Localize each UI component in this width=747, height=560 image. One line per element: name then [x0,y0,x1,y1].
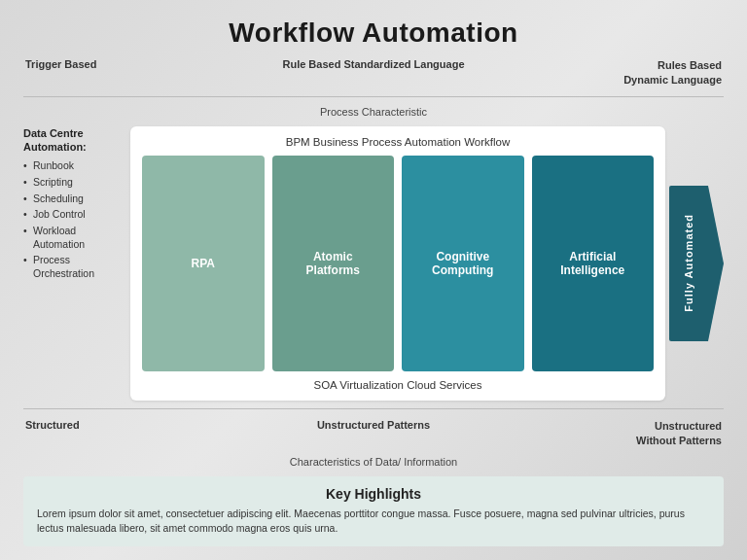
bottom-col-right: UnstructuredWithout Patterns [615,419,722,449]
left-sidebar: Data Centre Automation: Runbook Scriptin… [23,126,130,401]
key-highlights-title: Key Highlights [37,486,710,502]
key-highlights-box: Key Highlights Lorem ipsum dolor sit ame… [23,476,724,547]
list-item: Job Control [23,208,123,222]
box-atomic: AtomicPlatforms [272,156,395,371]
characteristics-label: Characteristics of Data/ Information [23,456,724,468]
boxes-row: RPA AtomicPlatforms CognitiveComputing A… [142,156,654,371]
arrow-shape: Fully Automated [669,186,720,341]
center-panel: BPM Business Process Automation Workflow… [130,126,665,401]
list-item: ProcessOrchestration [23,254,123,280]
bottom-col-left: Structured [25,419,132,431]
key-highlights-text: Lorem ipsum dolor sit amet, consectetuer… [37,507,710,538]
right-arrow-wrapper: Fully Automated [665,126,724,401]
col-header-right: Rules BasedDynamic Language [615,58,722,88]
col-headers-top: Trigger Based Rule Based Standardized La… [23,58,724,88]
arrow-body: Fully Automated [669,186,708,341]
list-item: Scheduling [23,192,123,206]
box-cognitive: CognitiveComputing [402,156,524,371]
soa-label: SOA Virtualization Cloud Services [142,379,654,391]
process-char-label: Process Characteristic [23,106,724,118]
divider-bottom [23,408,724,409]
col-header-center: Rule Based Standardized Language [132,58,615,70]
bottom-col-center: Unstructured Patterns [132,419,615,431]
col-header-left: Trigger Based [25,58,132,70]
arrow-tip [708,186,724,341]
bottom-col-headers: Structured Unstructured Patterns Unstruc… [23,417,724,449]
sidebar-title: Data Centre Automation: [23,126,123,155]
divider-top [23,96,724,97]
box-ai: ArtificialIntelligence [532,156,655,371]
sidebar-list: Runbook Scripting Scheduling Job Control… [23,159,123,280]
bpm-label: BPM Business Process Automation Workflow [142,136,654,148]
box-rpa: RPA [142,156,265,371]
list-item: Runbook [23,159,123,173]
list-item: WorkloadAutomation [23,225,123,251]
page-title: Workflow Automation [23,18,724,49]
page-wrapper: Workflow Automation Trigger Based Rule B… [0,0,747,560]
arrow-text: Fully Automated [683,214,694,312]
list-item: Scripting [23,176,123,190]
main-content: Data Centre Automation: Runbook Scriptin… [23,126,724,401]
